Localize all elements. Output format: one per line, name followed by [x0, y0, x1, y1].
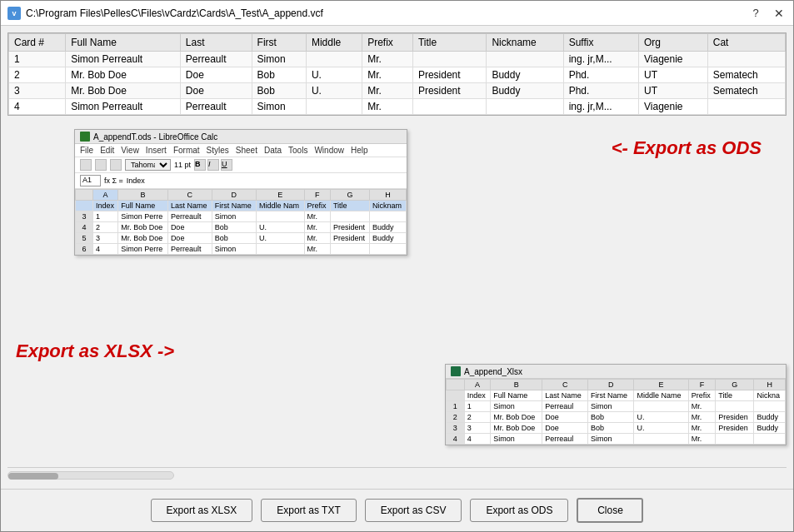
ods-toolbar-btn3[interactable] [110, 159, 122, 171]
xlsx-table-cell: U. [634, 412, 688, 423]
xlsx-table-cell: Doe [542, 423, 588, 434]
xlsx-table-cell: Mr. [688, 401, 716, 412]
ods-app-icon [80, 132, 90, 142]
col-cat: Cat [707, 34, 785, 52]
xlsx-table-cell: Doe [542, 412, 588, 423]
ods-menu-window[interactable]: Window [314, 146, 344, 155]
ods-table-cell: Simon [212, 244, 256, 255]
export-txt-button[interactable]: Export as TXT [261, 499, 356, 522]
xlsx-table-cell: Mr. [688, 412, 716, 423]
xlsx-hd-firstname: First Name [588, 390, 634, 401]
ods-menu-styles[interactable]: Styles [207, 146, 229, 155]
ods-menu-view[interactable]: View [121, 146, 139, 155]
app-icon: v [7, 7, 21, 20]
xlsx-table-cell [754, 401, 786, 412]
xlsx-table-cell: 2 [447, 412, 465, 423]
table-cell [306, 99, 362, 115]
ods-table-cell: Mr. [304, 222, 330, 233]
xlsx-hd-prefix: Prefix [688, 390, 716, 401]
export-csv-button[interactable]: Export as CSV [365, 499, 462, 522]
ods-table-cell: 6 [76, 244, 93, 255]
bold-btn[interactable]: B [194, 159, 206, 171]
xlsx-window-title: A_append_Xlsx [464, 367, 522, 376]
table-cell: Buddy [487, 83, 563, 99]
table-cell: Mr. [362, 83, 413, 99]
underline-btn[interactable]: U [221, 159, 232, 171]
window-close-button[interactable]: ✕ [772, 6, 787, 21]
ods-hd-prefix: Prefix [304, 201, 330, 211]
ods-header-data-row: Index Full Name Last Name First Name Mid… [76, 201, 407, 211]
table-cell: Doe [180, 83, 252, 99]
ods-formula-sep: fx Σ = [104, 177, 123, 185]
xlsx-table-cell [634, 401, 688, 412]
xlsx-col-rownum [447, 380, 465, 390]
xlsx-mini-table: A B C D E F G H [446, 379, 786, 445]
table-cell: Simon [252, 99, 306, 115]
col-title: Title [412, 34, 487, 52]
ods-menu-tools[interactable]: Tools [288, 146, 307, 155]
table-cell: Viagenie [639, 99, 708, 115]
ods-table-cell: 4 [92, 244, 117, 255]
table-cell [707, 99, 785, 115]
ods-table-cell: Buddy [370, 233, 407, 244]
xlsx-hd-fullname: Full Name [491, 390, 542, 401]
ods-table-cell: Mr. [304, 233, 330, 244]
xlsx-table-cell: 4 [447, 434, 465, 445]
ods-toolbar-btn2[interactable] [95, 159, 107, 171]
table-cell: Mr. [362, 67, 413, 83]
ods-table-cell [330, 244, 369, 255]
scrollbar-thumb[interactable] [8, 473, 58, 480]
main-data-table: Card # Full Name Last First Middle Prefi… [8, 33, 786, 115]
table-cell: Buddy [487, 67, 563, 83]
xlsx-table-cell: Simon [588, 434, 634, 445]
ods-menu-edit[interactable]: Edit [100, 146, 114, 155]
ods-hd-lastname: Last Name [167, 201, 212, 211]
table-cell [412, 99, 487, 115]
table-cell: Phd. [563, 83, 638, 99]
scrollbar-track[interactable] [7, 471, 174, 480]
xlsx-table-row: 33Mr. Bob DoeDoeBobU.Mr.PresidenBuddy [447, 423, 786, 434]
ods-hd-index: Index [92, 201, 117, 211]
table-cell: ing. jr,M... [563, 99, 638, 115]
table-cell: Perreault [180, 52, 252, 67]
italic-btn[interactable]: I [207, 159, 219, 171]
export-ods-button[interactable]: Export as ODS [470, 499, 568, 522]
ods-menu-data[interactable]: Data [264, 146, 282, 155]
ods-table-row: 42Mr. Bob DoeDoeBobU.Mr.PresidentBuddy [76, 222, 407, 233]
table-row: 1Simon PerreaultPerreaultSimonMr.ing. jr… [9, 52, 786, 67]
close-button[interactable]: Close [577, 498, 643, 523]
help-button[interactable]: ? [748, 6, 763, 21]
xlsx-table-cell: Mr. Bob Doe [491, 423, 542, 434]
xlsx-col-h: H [754, 380, 786, 390]
ods-table-cell: 1 [92, 211, 117, 222]
ods-menu-help[interactable]: Help [351, 146, 368, 155]
table-cell: 4 [9, 99, 66, 115]
xlsx-hd-index: Index [464, 390, 491, 401]
ods-table-cell: President [330, 222, 369, 233]
xlsx-table-cell: Simon [588, 401, 634, 412]
export-xlsx-button[interactable]: Export as XLSX [151, 499, 253, 522]
table-cell: Simon Perreault [66, 99, 181, 115]
ods-table-cell: Bob [212, 233, 256, 244]
ods-table-cell: Doe [167, 222, 212, 233]
right-panel: <- Export as ODS A_append_Xlsx A [437, 121, 787, 462]
ods-table-cell: Simon [212, 211, 256, 222]
ods-toolbar: Tahoma 11 pt B I U [75, 157, 407, 173]
ods-menu-format[interactable]: Format [173, 146, 200, 155]
table-cell: 1 [9, 52, 66, 67]
content-area: Card # Full Name Last First Middle Prefi… [1, 26, 793, 489]
ods-col-h: H [370, 190, 407, 201]
ods-font-select[interactable]: Tahoma [125, 159, 171, 171]
ods-col-c: C [167, 190, 212, 201]
ods-cell-ref[interactable]: A1 [80, 175, 101, 186]
ods-col-rownum [76, 190, 93, 201]
xlsx-app-icon [451, 366, 461, 376]
ods-table-cell: Doe [167, 233, 212, 244]
title-bar: v C:\Program Files\PellesC\Files\vCardz\… [1, 1, 793, 26]
horizontal-scrollbar[interactable] [7, 467, 787, 482]
ods-menu-file[interactable]: File [80, 146, 93, 155]
ods-toolbar-btn1[interactable] [80, 159, 92, 171]
ods-menu-insert[interactable]: Insert [146, 146, 167, 155]
ods-table-wrapper: A B C D E F G H [75, 189, 407, 255]
ods-menu-sheet[interactable]: Sheet [236, 146, 257, 155]
